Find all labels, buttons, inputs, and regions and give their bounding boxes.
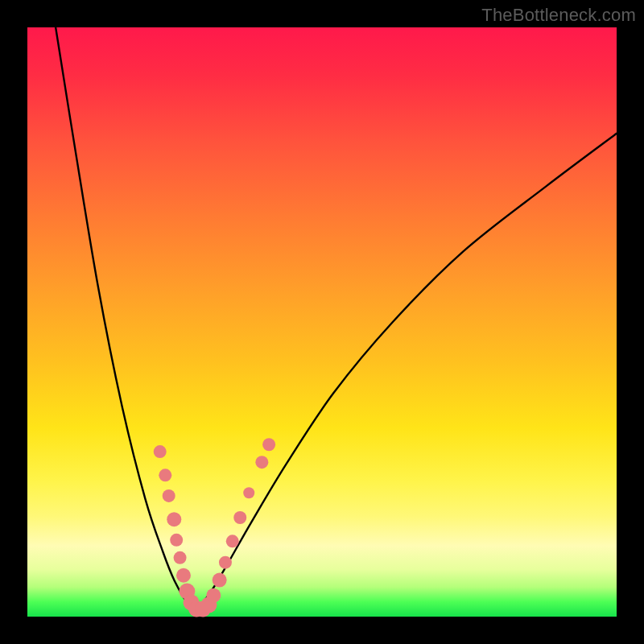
data-marker: [255, 456, 268, 469]
bottleneck-curve-right-branch: [196, 134, 617, 611]
data-marker: [219, 556, 232, 569]
data-marker: [170, 534, 183, 547]
data-marker: [213, 573, 227, 588]
data-marker: [154, 445, 167, 458]
data-marker: [243, 487, 254, 498]
curve-layer: [56, 27, 617, 611]
data-marker: [262, 438, 275, 451]
data-marker: [163, 489, 175, 502]
plot-area: [27, 27, 617, 617]
data-marker: [159, 469, 171, 481]
data-marker: [176, 568, 191, 583]
data-marker: [226, 535, 239, 547]
data-marker: [167, 512, 181, 526]
marker-layer: [154, 438, 275, 617]
data-marker: [233, 511, 246, 524]
outer-frame: TheBottleneck.com: [0, 0, 644, 644]
data-marker: [174, 551, 187, 564]
watermark-text: TheBottleneck.com: [481, 5, 636, 26]
chart-svg: [27, 27, 617, 617]
data-marker: [206, 588, 221, 603]
